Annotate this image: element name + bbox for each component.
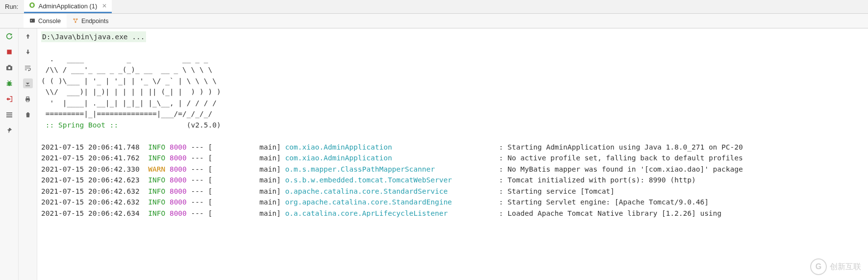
scroll-to-end-button[interactable] [23,78,33,88]
config-name: AdminApplication (1) [38,2,97,10]
endpoints-icon [73,18,78,25]
run-config-tab[interactable]: AdminApplication (1) ✕ [24,0,112,13]
pin-tab-button[interactable] [4,126,14,135]
svg-point-7 [8,67,10,69]
console-output[interactable]: D:\Java\bin\java.exe ... . ____ _ __ _ _… [37,28,868,280]
tool-tabs-bar: Console Endpoints [0,14,868,28]
tab-endpoints-label: Endpoints [81,18,109,25]
console-toolbar [19,28,37,280]
svg-point-8 [7,81,11,86]
svg-rect-10 [6,114,12,115]
close-tab-icon[interactable]: ✕ [102,2,107,9]
attach-debugger-button[interactable] [4,78,14,88]
soft-wrap-button[interactable] [23,63,33,73]
svg-rect-14 [26,100,29,102]
clear-all-button[interactable] [23,110,33,120]
svg-rect-6 [8,65,10,67]
run-config-bar: Run: AdminApplication (1) ✕ [0,0,868,14]
svg-rect-0 [30,19,35,23]
svg-rect-11 [6,116,12,117]
rerun-button[interactable] [4,31,14,41]
scroll-up-button[interactable] [23,31,33,41]
tab-endpoints[interactable]: Endpoints [67,14,115,28]
svg-rect-9 [6,112,12,113]
print-button[interactable] [23,94,33,104]
scroll-down-button[interactable] [23,47,33,57]
run-toolbar [0,28,19,280]
stop-button[interactable] [4,47,14,57]
svg-rect-13 [26,97,29,98]
dump-threads-button[interactable] [4,63,14,73]
exit-button[interactable] [4,94,14,104]
run-label: Run: [5,3,18,10]
console-icon [29,18,35,25]
svg-rect-4 [7,50,11,54]
layout-settings-button[interactable] [4,110,14,120]
tab-console-label: Console [38,18,61,25]
spring-boot-icon [29,2,35,10]
tab-console[interactable]: Console [24,14,67,28]
